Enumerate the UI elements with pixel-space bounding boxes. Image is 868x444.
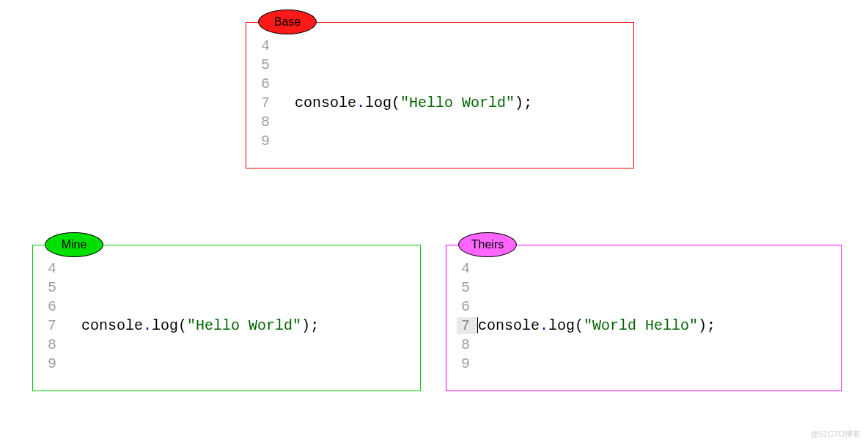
line-number: 7 [43,317,64,334]
theirs-label-badge: Theirs [458,232,517,257]
code-line: 7 console.log("Hello World"); [257,93,623,112]
code-paren-open: ( [575,317,584,334]
line-number: 4 [457,260,477,277]
code-line: 9 [43,354,410,373]
code-content: console.log("Hello World"); [277,95,532,111]
code-dot: . [356,95,365,111]
base-panel: Base 4567 console.log("Hello World");89 [246,22,634,169]
code-line: 5 [257,55,623,74]
code-content: console.log("Hello World"); [64,317,319,334]
theirs-code-block: 4567console.log("World Hello");89 [457,259,831,373]
line-number: 8 [457,336,477,353]
code-method: log [152,317,178,334]
theirs-panel: Theirs 4567console.log("World Hello");89 [446,245,842,391]
indent [64,317,81,334]
code-string: "Hello World" [400,95,515,111]
code-line: 8 [43,335,410,354]
code-string: "World Hello" [584,317,698,334]
line-number: 9 [43,355,64,372]
base-label-badge: Base [258,10,317,34]
code-paren-open: ( [391,95,400,111]
code-line: 6 [43,297,410,316]
code-line: 4 [257,36,623,55]
mine-label-badge: Mine [45,232,103,257]
code-semicolon: ; [707,317,716,334]
code-method: log [548,317,575,334]
line-number: 4 [257,37,277,54]
code-content: console.log("World Hello"); [477,317,716,334]
code-line: 7console.log("World Hello"); [457,316,831,335]
line-number: 5 [457,279,477,296]
line-number: 8 [257,114,277,130]
code-paren-close: ) [301,317,310,334]
indent [277,95,295,111]
code-line: 7 console.log("Hello World"); [43,316,410,335]
code-semicolon: ; [523,95,532,111]
line-number: 4 [43,260,64,277]
line-number: 5 [257,56,277,73]
code-line: 8 [457,335,831,354]
mine-code-block: 4567 console.log("Hello World");89 [43,259,410,373]
code-line: 8 [257,112,623,131]
mine-label-text: Mine [62,238,87,251]
line-number: 6 [457,298,477,315]
code-dot: . [143,317,152,334]
code-paren-close: ) [698,317,707,334]
line-number: 6 [257,75,277,92]
line-number: 7 [457,317,477,334]
watermark-text: @51CTO博客 [811,429,861,440]
code-line: 9 [257,131,623,150]
code-line: 4 [457,259,831,278]
mine-panel: Mine 4567 console.log("Hello World");89 [32,245,421,391]
line-number: 9 [457,355,477,372]
line-number: 5 [43,279,64,296]
line-number: 7 [257,95,277,111]
code-paren-close: ) [515,95,523,111]
line-number: 9 [257,133,277,149]
code-method: log [365,95,391,111]
code-string: "Hello World" [187,317,301,334]
code-line: 4 [43,259,410,278]
code-line: 5 [457,278,831,297]
code-line: 5 [43,278,410,297]
line-number: 6 [43,298,64,315]
code-dot: . [540,317,548,334]
code-line: 9 [457,354,831,373]
code-line: 6 [457,297,831,316]
base-code-block: 4567 console.log("Hello World");89 [257,36,623,150]
line-number: 8 [43,336,64,353]
base-label-text: Base [274,15,301,29]
code-identifier: console [81,317,143,334]
code-identifier: console [478,317,540,334]
code-paren-open: ( [178,317,187,334]
theirs-label-text: Theirs [471,238,504,251]
code-semicolon: ; [310,317,319,334]
code-identifier: console [295,95,356,111]
code-line: 6 [257,74,623,93]
